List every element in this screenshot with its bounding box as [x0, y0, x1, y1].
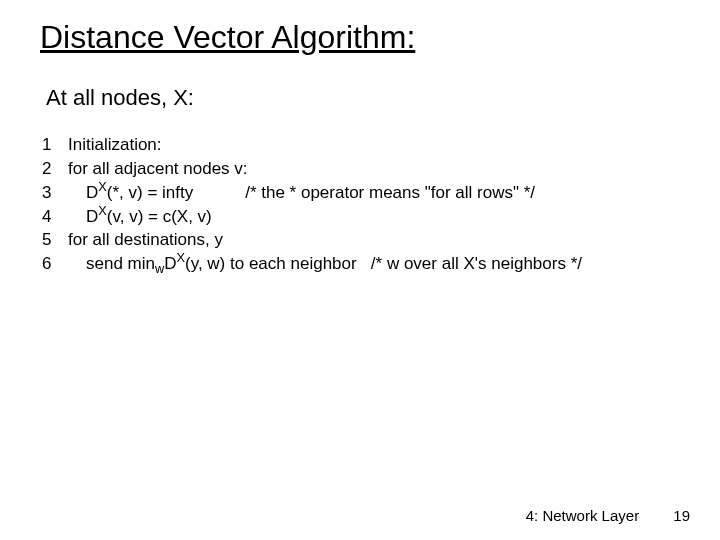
line-number: 5: [42, 228, 60, 252]
comment: /* the * operator means "for all rows" *…: [245, 183, 535, 202]
text: (v, v) = c(X, v): [107, 207, 212, 226]
code-line: 3 DX(*, v) = infty /* the * operator mea…: [42, 181, 680, 205]
text: send min: [86, 254, 155, 273]
slide-subhead: At all nodes, X:: [46, 85, 680, 111]
line-number: 1: [42, 133, 60, 157]
superscript: X: [98, 179, 107, 194]
superscript: X: [176, 251, 185, 266]
line-body: DX(*, v) = infty /* the * operator means…: [60, 181, 680, 205]
line-number: 3: [42, 181, 60, 205]
line-body: for all destinations, y: [60, 228, 680, 252]
line-number: 4: [42, 205, 60, 229]
line-number: 2: [42, 157, 60, 181]
line-body: Initialization:: [60, 133, 680, 157]
superscript: X: [98, 203, 107, 218]
slide: Distance Vector Algorithm: At all nodes,…: [0, 0, 720, 540]
line-body: send minwDX(y, w) to each neighbor /* w …: [60, 252, 680, 276]
slide-footer: 4: Network Layer 19: [526, 507, 690, 524]
code-line: 2 for all adjacent nodes v:: [42, 157, 680, 181]
text: (y, w) to each neighbor: [185, 254, 357, 273]
line-number: 6: [42, 252, 60, 276]
line-body: DX(v, v) = c(X, v): [60, 205, 680, 229]
slide-title: Distance Vector Algorithm:: [40, 20, 680, 55]
text: D: [86, 207, 98, 226]
pseudocode-block: 1 Initialization: 2 for all adjacent nod…: [42, 133, 680, 276]
footer-page-number: 19: [673, 507, 690, 524]
text: (*, v) = infty: [107, 183, 193, 202]
code-line: 6 send minwDX(y, w) to each neighbor /* …: [42, 252, 680, 276]
footer-chapter: 4: Network Layer: [526, 507, 639, 524]
text: D: [86, 183, 98, 202]
comment: /* w over all X's neighbors */: [371, 254, 582, 273]
code-line: 1 Initialization:: [42, 133, 680, 157]
code-line: 5 for all destinations, y: [42, 228, 680, 252]
line-body: for all adjacent nodes v:: [60, 157, 680, 181]
code-line: 4 DX(v, v) = c(X, v): [42, 205, 680, 229]
subscript: w: [155, 262, 164, 277]
text: D: [164, 254, 176, 273]
